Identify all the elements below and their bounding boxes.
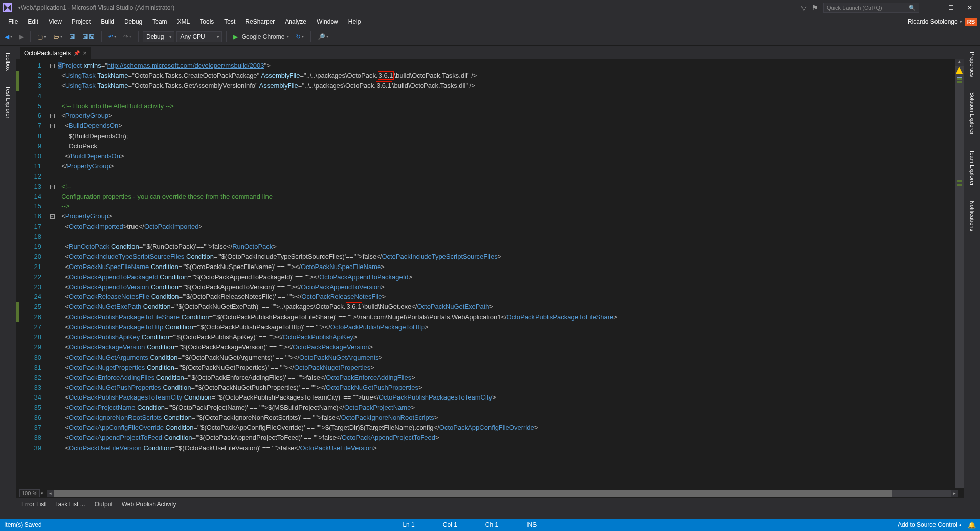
user-dropdown-icon[interactable]: ▾: [960, 19, 962, 24]
code-content[interactable]: <Project xmlns="http://schemas.microsoft…: [56, 59, 955, 488]
menu-build[interactable]: Build: [96, 17, 119, 27]
platform-combo[interactable]: Any CPU: [176, 31, 222, 42]
open-file-button[interactable]: 🗁▾: [51, 32, 65, 42]
scroll-up-button[interactable]: ▴: [955, 59, 964, 66]
pin-icon[interactable]: 📌: [74, 50, 80, 56]
menu-resharper[interactable]: ReSharper: [240, 17, 280, 27]
redo-button[interactable]: ↷▾: [121, 32, 134, 42]
maximize-button[interactable]: ☐: [944, 3, 958, 13]
left-sidebar: ToolboxTest Explorer: [0, 46, 16, 510]
start-debug-button[interactable]: ▶ Google Chrome ▾: [231, 32, 291, 42]
side-tab-toolbox[interactable]: Toolbox: [4, 49, 12, 74]
save-button[interactable]: 🖫: [67, 32, 78, 42]
horizontal-scrollbar[interactable]: ◂ ▸: [47, 490, 958, 497]
nav-fwd-button[interactable]: ▶: [17, 32, 26, 42]
menu-debug[interactable]: Debug: [119, 17, 147, 27]
bottom-tool-tabs: Error ListTask List ...OutputWeb Publish…: [16, 498, 964, 510]
search-icon: 🔍: [909, 5, 916, 11]
menu-xml[interactable]: XML: [172, 17, 195, 27]
side-tab-solution-explorer[interactable]: Solution Explorer: [968, 89, 976, 138]
notifications-bell-icon[interactable]: 🔔: [968, 521, 976, 529]
warning-indicator-icon[interactable]: [956, 67, 963, 74]
close-tab-icon[interactable]: ×: [83, 49, 87, 57]
quick-launch-placeholder: Quick Launch (Ctrl+Q): [827, 5, 882, 11]
side-tab-test-explorer[interactable]: Test Explorer: [4, 83, 12, 121]
feedback-icon[interactable]: ▽: [801, 4, 807, 12]
menu-edit[interactable]: Edit: [23, 17, 43, 27]
menu-help[interactable]: Help: [343, 17, 366, 27]
close-button[interactable]: ✕: [963, 3, 977, 13]
notifications-flag-icon[interactable]: ⚑: [812, 4, 818, 12]
config-combo[interactable]: Debug: [143, 31, 174, 42]
quick-launch-input[interactable]: Quick Launch (Ctrl+Q) 🔍: [823, 3, 919, 13]
menu-test[interactable]: Test: [219, 17, 240, 27]
vs-logo-icon: [3, 3, 12, 12]
scroll-left-button[interactable]: ◂: [47, 490, 54, 497]
status-ins: INS: [512, 521, 551, 528]
status-col: Col 1: [429, 521, 471, 528]
right-sidebar: PropertiesSolution ExplorerTeam Explorer…: [964, 46, 980, 510]
menu-project[interactable]: Project: [67, 17, 96, 27]
fold-column[interactable]: −−−−−: [49, 59, 56, 488]
caret-mark: [957, 77, 962, 78]
side-tab-team-explorer[interactable]: Team Explorer: [968, 147, 976, 189]
zoom-select[interactable]: 100 %: [19, 489, 40, 497]
change-mark: [957, 81, 962, 83]
menu-window[interactable]: Window: [311, 17, 343, 27]
window-title: WebApplication1 - Microsoft Visual Studi…: [21, 4, 174, 11]
menu-view[interactable]: View: [43, 17, 67, 27]
editor-pane: OctoPack.targets 📌 × 1234567891011121314…: [16, 46, 964, 510]
toolbar: ◀▾ ▶ ▢▾ 🗁▾ 🖫 🖫🖫 ↶▾ ↷▾ Debug Any CPU ▶ Go…: [0, 28, 980, 46]
side-tab-notifications[interactable]: Notifications: [968, 198, 976, 234]
line-number-gutter: 1234567891011121314151617181920212223242…: [16, 59, 49, 488]
nav-back-button[interactable]: ◀▾: [2, 32, 15, 42]
main-area: ToolboxTest Explorer OctoPack.targets 📌 …: [0, 46, 980, 510]
undo-button[interactable]: ↶▾: [106, 32, 119, 42]
change-mark: [957, 180, 962, 182]
status-line: Ln 1: [388, 521, 428, 528]
status-message: Item(s) Saved: [4, 521, 42, 528]
tool-tab-task-list-[interactable]: Task List ...: [54, 499, 86, 509]
editor-footer: 100 % ▾ ◂ ▸: [16, 488, 964, 498]
status-char: Ch 1: [471, 521, 512, 528]
user-avatar[interactable]: RS: [965, 18, 977, 26]
minimize-button[interactable]: —: [924, 3, 939, 13]
tool-tab-output[interactable]: Output: [94, 499, 114, 509]
find-in-files-button[interactable]: 🔎▾: [315, 32, 331, 42]
menu-bar: FileEditViewProjectBuildDebugTeamXMLTool…: [0, 15, 980, 28]
change-mark: [957, 184, 962, 186]
side-tab-properties[interactable]: Properties: [968, 49, 976, 80]
menu-analyze[interactable]: Analyze: [280, 17, 311, 27]
save-all-button[interactable]: 🖫🖫: [80, 32, 97, 42]
menu-team[interactable]: Team: [147, 17, 172, 27]
document-tabs: OctoPack.targets 📌 ×: [16, 46, 964, 59]
menu-file[interactable]: File: [3, 17, 23, 27]
tool-tab-web-publish-activity[interactable]: Web Publish Activity: [121, 499, 177, 509]
scroll-right-button[interactable]: ▸: [951, 490, 958, 497]
status-bar: Item(s) Saved Ln 1 Col 1 Ch 1 INS Add to…: [0, 519, 980, 531]
new-file-button[interactable]: ▢▾: [35, 32, 49, 42]
title-bar: ▾ WebApplication1 - Microsoft Visual Stu…: [0, 0, 980, 15]
source-control-button[interactable]: Add to Source Control▴: [898, 521, 962, 528]
tab-label: OctoPack.targets: [24, 50, 71, 57]
user-name[interactable]: Ricardo Sotolongo: [908, 18, 958, 25]
vertical-scrollbar[interactable]: ▴: [955, 59, 964, 488]
zoom-dropdown-icon[interactable]: ▾: [41, 491, 43, 496]
code-area[interactable]: 1234567891011121314151617181920212223242…: [16, 59, 964, 488]
browser-refresh-button[interactable]: ↻▾: [293, 32, 306, 42]
scroll-thumb[interactable]: [54, 490, 892, 497]
tab-octopack-targets[interactable]: OctoPack.targets 📌 ×: [20, 47, 91, 59]
tool-tab-error-list[interactable]: Error List: [20, 499, 47, 509]
menu-tools[interactable]: Tools: [195, 17, 219, 27]
